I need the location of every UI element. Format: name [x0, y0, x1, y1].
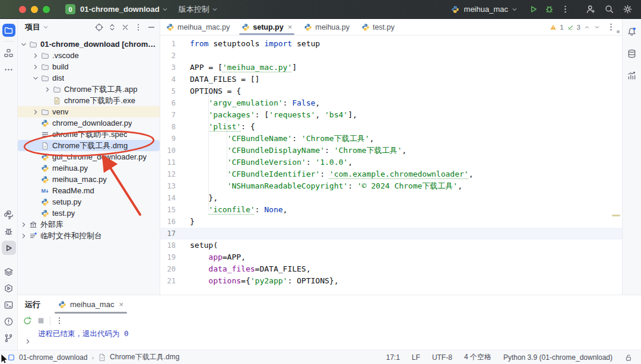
tree-row-3[interactable]: dist: [18, 72, 160, 84]
inspections-widget[interactable]: 1 3: [547, 23, 603, 31]
tree-row-15[interactable]: test.py: [18, 207, 160, 219]
charts-icon[interactable]: [625, 68, 639, 82]
code-line-21: 21 options={'py2app': OPTIONS},: [160, 275, 622, 285]
tree-item-label: test.py: [52, 209, 75, 218]
tree-item-label: chrome下载助手.spec: [52, 129, 127, 140]
tree-row-2[interactable]: build: [18, 61, 160, 72]
search-icon[interactable]: [604, 4, 614, 14]
tree-row-10[interactable]: gui_chrome_downloader.py: [18, 151, 160, 162]
breadcrumb-separator: ›: [91, 354, 94, 361]
markdown-icon: M: [40, 186, 50, 196]
tree-row-11[interactable]: meihua.py: [18, 162, 160, 174]
lock-icon[interactable]: [624, 353, 633, 362]
code-editor[interactable]: 1from setuptools import setup23APP = ['m…: [160, 36, 622, 285]
expand-all-icon[interactable]: [107, 23, 117, 32]
python-console-icon[interactable]: [2, 207, 16, 222]
minimize-window-button[interactable]: [31, 6, 38, 13]
tab-options-icon[interactable]: [606, 22, 616, 32]
run-console[interactable]: 进程已结束，退出代码为 0: [18, 328, 641, 350]
settings-icon[interactable]: [623, 4, 633, 14]
caret-position[interactable]: 17:1: [386, 353, 400, 362]
python-icon: [40, 209, 50, 218]
chevron-right-icon[interactable]: [31, 51, 40, 60]
breadcrumb-file[interactable]: Chrome下载工具.dmg: [110, 352, 179, 362]
status-bar: 01-chrome_download › Chrome下载工具.dmg 17:1…: [0, 350, 641, 364]
stop-icon[interactable]: [36, 316, 46, 325]
run-tool-icon[interactable]: [2, 241, 16, 255]
problems-icon[interactable]: [2, 314, 16, 328]
folder-icon: [40, 62, 50, 72]
chevron-right-icon[interactable]: [31, 62, 40, 72]
prev-problem-icon[interactable]: [583, 24, 591, 31]
tab-meihua_mac-py[interactable]: meihua_mac.py: [160, 19, 236, 35]
tree-row-7[interactable]: chrome_downloader.py: [18, 117, 160, 129]
tree-row-4[interactable]: Chrome下载工具.app: [18, 84, 160, 95]
project-panel-title[interactable]: 项目: [25, 22, 40, 33]
tree-row-1[interactable]: .vscode: [18, 50, 160, 61]
run-configuration-selector[interactable]: meihua_mac: [464, 5, 508, 14]
notifications-icon[interactable]: [625, 24, 639, 39]
chevron-right-icon[interactable]: [31, 107, 40, 117]
project-menu[interactable]: 01-chrome_download: [80, 5, 160, 14]
project-icon[interactable]: [2, 24, 15, 37]
tab-meihua-py[interactable]: meihua.py: [298, 19, 356, 35]
tree-row-5[interactable]: chrome下载助手.exe: [18, 95, 160, 106]
tree-row-16[interactable]: 外部库: [18, 219, 160, 230]
structure-icon[interactable]: [2, 46, 16, 60]
debug-button[interactable]: [544, 4, 554, 14]
tab-setup-py[interactable]: setup.py×: [236, 19, 298, 35]
tree-item-label: dist: [52, 74, 64, 82]
tree-row-14[interactable]: setup.py: [18, 196, 160, 207]
folder-icon: [40, 51, 50, 60]
code-line-7: 7 'packages': ['requests', 'bs4'],: [160, 109, 622, 121]
breadcrumb-project[interactable]: 01-chrome_download: [19, 353, 87, 362]
encoding[interactable]: UTF-8: [432, 353, 452, 362]
python-packages-icon[interactable]: [2, 281, 16, 295]
chevron-right-icon[interactable]: [19, 231, 28, 241]
next-problem-icon[interactable]: [594, 24, 601, 31]
fold-chevron-icon[interactable]: [24, 337, 32, 346]
services-icon[interactable]: [2, 264, 16, 279]
run-button[interactable]: [528, 4, 538, 14]
terminal-icon[interactable]: [2, 298, 16, 312]
close-icon[interactable]: ×: [119, 300, 123, 309]
add-user-icon[interactable]: [586, 4, 596, 14]
code-line-20: 20 data_files=DATA_FILES,: [160, 263, 622, 275]
chevron-down-icon[interactable]: [19, 40, 28, 49]
version-control-icon[interactable]: [2, 331, 16, 345]
chevron-down-icon[interactable]: [31, 74, 40, 83]
file-icon: [98, 353, 106, 362]
tree-row-13[interactable]: MReadMe.md: [18, 185, 160, 196]
code-line-6: 6 'argv_emulation': False,: [160, 97, 622, 109]
run-tab[interactable]: meihua_mac ×: [53, 295, 128, 314]
locate-icon[interactable]: [94, 23, 104, 32]
line-number: 21: [160, 275, 179, 285]
code-text: app=APP,: [179, 251, 246, 263]
line-ending[interactable]: LF: [412, 353, 420, 362]
tree-row-12[interactable]: meihua_mac.py: [18, 174, 160, 185]
indent-setting[interactable]: 4 个空格: [464, 352, 491, 362]
more-tools-icon[interactable]: [2, 62, 16, 76]
close-icon[interactable]: ×: [288, 23, 293, 31]
chevron-right-icon[interactable]: [43, 85, 52, 94]
more-actions-icon[interactable]: [560, 4, 570, 14]
close-window-button[interactable]: [19, 6, 26, 13]
interpreter[interactable]: Python 3.9 (01-chrome_download): [503, 353, 613, 362]
fullscreen-window-button[interactable]: [43, 6, 50, 13]
tree-row-6[interactable]: venv: [18, 106, 160, 117]
exe-icon: [52, 96, 62, 106]
vcs-menu[interactable]: 版本控制: [179, 4, 210, 15]
tree-row-8[interactable]: chrome下载助手.spec: [18, 129, 160, 140]
database-icon[interactable]: [625, 46, 639, 60]
hide-icon[interactable]: [147, 23, 156, 32]
debug-tool-icon[interactable]: [2, 224, 16, 238]
run-more-icon[interactable]: [55, 316, 64, 325]
collapse-all-icon[interactable]: [120, 23, 130, 32]
tree-row-0[interactable]: 01-chrome_download [chrome_download]: [18, 39, 160, 50]
tree-row-9[interactable]: Chrome下载工具.dmg: [18, 140, 160, 151]
tab-test-py[interactable]: test.py: [356, 19, 401, 35]
tree-row-17[interactable]: 临时文件和控制台: [18, 230, 160, 241]
panel-more-icon[interactable]: [134, 23, 143, 32]
rerun-icon[interactable]: [23, 316, 32, 325]
chevron-right-icon[interactable]: [19, 220, 28, 229]
